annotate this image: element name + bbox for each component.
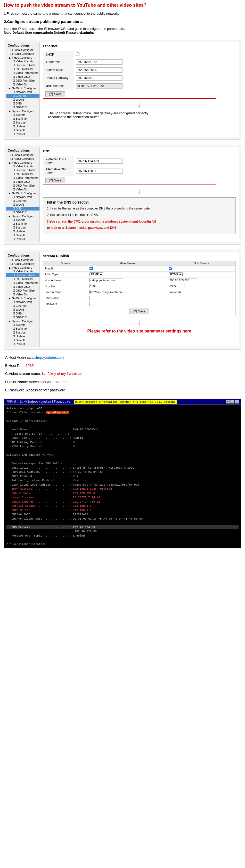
ip-input[interactable] <box>76 59 123 65</box>
sidebar-item-sysuser-1[interactable]: ☐ SysUser <box>6 121 39 125</box>
sidebar-item-system-configure-1[interactable]: ▲ System Configure <box>6 110 39 113</box>
sidebar-item-sysattr-1[interactable]: ☐ SysAttr <box>6 113 39 117</box>
pref-dns-input[interactable] <box>76 158 123 164</box>
sidebar-item-video-configure[interactable]: ▲ Video Configure <box>6 56 39 59</box>
s2-default[interactable]: ☐ Default <box>6 234 39 237</box>
sidebar-item-reboot-1[interactable]: ☐ Reboot <box>6 132 39 136</box>
sidebar-item-update-1[interactable]: ☐ Update <box>6 125 39 128</box>
mac-input <box>76 83 123 89</box>
s2-dns-selected[interactable]: ☐ DNS <box>6 207 39 211</box>
s3-network-configure[interactable]: ▲ NetWork Configure <box>6 297 39 300</box>
s3-reboot[interactable]: ☐ Reboot <box>6 342 39 346</box>
s3-sys-configure[interactable]: ▲ System Configure <box>6 319 39 323</box>
s3-gb[interactable]: ☐ GB28181 <box>6 315 39 319</box>
s2-ve[interactable]: ☐ Video Encode <box>6 164 39 168</box>
s2-systime[interactable]: ☐ SysTime <box>6 222 39 226</box>
s3-default[interactable]: ☐ Default <box>6 338 39 342</box>
s2-update[interactable]: ☐ Update <box>6 229 39 234</box>
s2-reboot[interactable]: ☐ Reboot <box>6 237 39 241</box>
s3-np[interactable]: ☐ Network Port <box>6 300 39 304</box>
sidebar-item-default-1[interactable]: ☐ Default <box>6 128 39 132</box>
s2-audio[interactable]: ☐ Audio Configure <box>6 157 39 161</box>
mask-input[interactable] <box>76 67 123 72</box>
s2-vout[interactable]: ☐ Video Out <box>6 188 39 191</box>
host-port-sub-input[interactable] <box>169 284 184 288</box>
dhcp-checkbox[interactable] <box>76 53 79 56</box>
s3-audio[interactable]: ☐ Audio Configure <box>6 262 39 266</box>
s3-vout[interactable]: ☐ Video Out <box>6 292 39 297</box>
host-addr-main-input[interactable] <box>89 278 123 282</box>
sidebar-item-dns-1[interactable]: ☐ DNS <box>6 102 39 105</box>
sidebar-item-vparams[interactable]: ☐ Video Parameters <box>6 71 39 75</box>
s3-dns[interactable]: ☐ DNS <box>6 312 39 315</box>
s3-osdfs[interactable]: ☐ OSD Font Size <box>6 289 39 292</box>
save-button-stream[interactable]: 💾 Save <box>130 309 149 314</box>
dns-step-3b: to look over Subnet masks, gateways, and… <box>47 225 232 231</box>
s2-vosd[interactable]: ☐ Video OSD <box>6 180 39 184</box>
s2-video-configure[interactable]: ▲ Video Configure <box>6 161 39 164</box>
save-button-dns[interactable]: 💾 Save <box>46 178 65 183</box>
sidebar-item-stream-publish-1[interactable]: ☐ Stream Publish <box>6 63 39 67</box>
sidebar-item-wlan-1[interactable]: ☐ WLAN <box>6 98 39 102</box>
sidebar-item-rtp[interactable]: ☐ RTP Multicast <box>6 67 39 71</box>
s2-osdfs[interactable]: ☐ OSD Font Size <box>6 184 39 188</box>
s3-sp-selected[interactable]: ☐ Stream Publish <box>6 273 39 277</box>
s3-vosd[interactable]: ☐ Video OSD <box>6 285 39 289</box>
s2-eth[interactable]: ☐ Ethernet <box>6 199 39 203</box>
sidebar-item-gb1[interactable]: ☐ GB28181 <box>6 105 39 110</box>
sidebar-item-vosd[interactable]: ☐ Video OSD <box>6 75 39 79</box>
enable-main-check[interactable] <box>89 267 93 270</box>
s2-network-configure[interactable]: ▲ NetWork Configure <box>6 191 39 195</box>
sidebar-item-network-configure-1[interactable]: ▲ NetWork Configure <box>6 87 39 90</box>
s2-gb[interactable]: ☐ GB28181 <box>6 211 39 214</box>
alt-dns-input[interactable] <box>76 168 123 174</box>
s2-rtp[interactable]: ☐ RTP Multicast <box>6 172 39 176</box>
sidebar-item-video-encode[interactable]: ☐ Video Encode <box>6 59 39 63</box>
s2-sp[interactable]: ☐ Stream Publish <box>6 168 39 172</box>
stream-name-sub-input[interactable] <box>169 290 197 294</box>
s2-sys-configure[interactable]: ▲ System Configure <box>6 214 39 218</box>
save-row-dns: 💾 Save <box>43 176 216 185</box>
host-addr-sub-input[interactable] <box>169 278 197 282</box>
sidebar-item-vout1[interactable]: ☐ Video Out <box>6 83 39 87</box>
enable-sub-check[interactable] <box>169 267 172 270</box>
checkbox-icon-def1: ☐ <box>12 129 15 132</box>
s3-ve[interactable]: ☐ Video Encode <box>6 270 39 273</box>
username-main-input[interactable] <box>89 296 123 300</box>
cmd-minimize[interactable]: ─ <box>226 400 230 404</box>
proto-sub-select[interactable]: RTMP <box>169 272 183 276</box>
s3-wlan[interactable]: ☐ WLAN <box>6 308 39 312</box>
sidebar-item-network-port-1[interactable]: ☐ Network Port <box>6 90 39 94</box>
sidebar-item-local[interactable]: ☐ Local Configure <box>6 48 39 52</box>
sidebar-item-systime-1[interactable]: ☐ SysTime <box>6 117 39 121</box>
password-main-input[interactable] <box>89 302 123 306</box>
s2-sysuser[interactable]: ☐ SysUser <box>6 226 39 229</box>
cmd-close[interactable]: ✕ <box>235 400 239 404</box>
s2-vp[interactable]: ☐ Video Parameters <box>6 176 39 180</box>
password-sub-input[interactable] <box>169 302 197 306</box>
s2-local[interactable]: ☐ Local Configure <box>6 153 39 157</box>
proto-main-select[interactable]: RTMP <box>89 272 103 276</box>
sidebar-item-ethernet-1[interactable]: ☐ Ethernet <box>6 94 39 98</box>
s3-sysattr[interactable]: ☐ SysAttr <box>6 323 39 327</box>
s2-np[interactable]: ☐ Network Port <box>6 195 39 199</box>
s2-sysattr[interactable]: ☐ SysAttr <box>6 218 39 222</box>
s3-eth[interactable]: ☐ Ethernet <box>6 304 39 308</box>
s3-sysuser[interactable]: ☐ SysUser <box>6 331 39 335</box>
s2-wlan[interactable]: ☐ WLAN <box>6 203 39 207</box>
cmd-maximize[interactable]: □ <box>230 400 235 404</box>
s3-video-configure[interactable]: ▲ Video Configure <box>6 266 39 270</box>
stream-name-main-input[interactable] <box>89 290 123 294</box>
sidebar-item-osdfs[interactable]: ☐ OSD Font Size <box>6 79 39 83</box>
s3-local[interactable]: ☐ Local Configure <box>6 258 39 262</box>
gateway-input[interactable] <box>76 75 123 81</box>
s3-systime[interactable]: ☐ SysTime <box>6 327 39 331</box>
host-port-main-input[interactable] <box>89 284 105 288</box>
username-sub-input[interactable] <box>169 296 197 300</box>
s3-update[interactable]: ☐ Update <box>6 335 39 338</box>
s3-rtp[interactable]: ☐ RTP Multicast <box>6 277 39 281</box>
save-cell-dns: 💾 Save <box>43 176 216 185</box>
save-button-1[interactable]: 💾 Save <box>46 91 65 97</box>
sidebar-item-audio[interactable]: ☐ Audio Configure <box>6 52 39 56</box>
s3-vp[interactable]: ☐ Video Parameters <box>6 281 39 285</box>
